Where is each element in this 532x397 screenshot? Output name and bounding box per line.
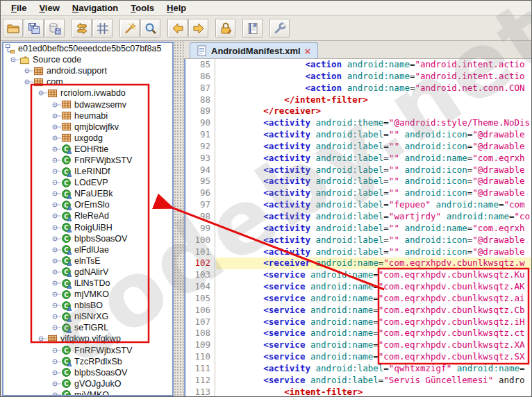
tree-item-label: NFaUEBk	[74, 189, 113, 198]
tree-item-qmjblcwjfkv[interactable]: qmjblcwjfkv	[3, 121, 172, 133]
tree-item-com[interactable]: com	[3, 76, 172, 87]
grid-view-button[interactable]	[92, 19, 113, 37]
tree-item-elfdluae[interactable]: CelFdlUae	[3, 244, 172, 255]
tree-item-nfauebk[interactable]: CNFaUEBk	[3, 188, 172, 199]
deobfuscate-button[interactable]	[119, 19, 140, 37]
expand-handle-icon[interactable]	[52, 357, 61, 366]
expand-handle-icon[interactable]	[52, 346, 61, 355]
tree-item-lodevp[interactable]: CLOdEVP	[3, 177, 172, 188]
code-viewport[interactable]: <action android:name="android.intent.act…	[216, 59, 532, 397]
tree-item-gvojgjuko[interactable]: CgVOJgJukO	[3, 378, 172, 389]
tree-item-setlgrl[interactable]: CseTlGRL	[3, 322, 172, 333]
expand-handle-icon[interactable]	[52, 391, 61, 396]
expand-handle-icon[interactable]	[52, 123, 61, 131]
tree-item-lllnstdo[interactable]: ClLlNsTDo	[3, 278, 172, 289]
expand-handle-icon[interactable]	[52, 201, 61, 209]
expand-handle-icon[interactable]	[52, 312, 61, 321]
expand-handle-icon[interactable]	[52, 156, 61, 164]
search-icon	[144, 22, 158, 35]
tab-strip: AndroidManifest.xml ×	[184, 41, 532, 59]
tree-item-label: gdNAlirV	[74, 267, 108, 277]
close-icon[interactable]: ×	[305, 46, 311, 56]
tree-item-source-code[interactable]: Source code	[3, 54, 172, 65]
tree-item-fnrfwjbxstv[interactable]: CFnRFWjbxSTV	[3, 345, 172, 356]
log-button[interactable]	[242, 19, 263, 37]
code-line-89: </receiver>	[216, 105, 532, 117]
expand-handle-icon[interactable]	[52, 290, 61, 298]
tree-item-label: ILeRINDf	[74, 167, 110, 176]
menu-view[interactable]: View	[33, 1, 65, 15]
expand-handle-icon[interactable]	[38, 335, 47, 343]
expand-handle-icon[interactable]	[52, 268, 61, 276]
expand-handle-icon[interactable]	[52, 235, 61, 243]
expand-handle-icon[interactable]	[52, 301, 61, 310]
tab-androidmanifest[interactable]: AndroidManifest.xml ×	[190, 42, 318, 58]
tree-item-fnrfwjbxstv[interactable]: CFnRFWjbxSTV	[3, 155, 172, 166]
tree-item-eohrtie[interactable]: CEOHRtie	[3, 144, 172, 155]
swap-view-button[interactable]	[72, 19, 92, 37]
tree-item-android.support[interactable]: android.support	[3, 65, 172, 76]
menu-navigation[interactable]: Navigation	[66, 1, 124, 15]
search-button[interactable]	[140, 19, 160, 37]
open-file-button[interactable]	[3, 19, 23, 37]
tree-item-oremslo[interactable]: COrEmSlo	[3, 199, 172, 210]
tree-item-nisnrxg[interactable]: CniSNrXG	[3, 311, 172, 322]
expand-handle-icon[interactable]	[52, 212, 61, 220]
svg-text:C: C	[64, 313, 69, 320]
menu-tools[interactable]: Tools	[124, 1, 160, 15]
expand-handle-icon[interactable]	[38, 89, 47, 97]
tree-item-rleread[interactable]: CRleReAd	[3, 210, 172, 221]
tree-item-uxgodg[interactable]: uxgodg	[3, 133, 172, 144]
tree-item-mjvmko[interactable]: CmjVMKO	[3, 389, 172, 396]
line-number: 108	[185, 328, 215, 339]
tree-item-nblsbo[interactable]: CnblsBO	[3, 300, 172, 311]
expand-handle-icon[interactable]	[52, 101, 61, 109]
expand-handle-icon[interactable]	[24, 78, 33, 86]
expand-handle-icon[interactable]	[52, 134, 61, 142]
svg-text:C: C	[64, 246, 69, 253]
tree-item-mjvmko[interactable]: CmjVMKO	[3, 289, 172, 300]
tree-item-blpbssoasov[interactable]: CblpbsSoasOV	[3, 233, 172, 244]
sign-button[interactable]	[215, 19, 235, 37]
expand-handle-icon[interactable]	[10, 56, 19, 64]
tree-item-vifqkwp.vifqkwp[interactable]: vifqkwp.vifqkwp	[3, 333, 172, 344]
expand-handle-icon[interactable]	[52, 223, 61, 232]
expand-handle-icon[interactable]	[52, 369, 61, 377]
expand-handle-icon[interactable]	[52, 112, 61, 120]
tree-item-tzcrpdlxsb[interactable]: CTzcRPdlxSb	[3, 356, 172, 367]
code-line-88: </intent-filter>	[216, 94, 532, 106]
tree-item-e01ed0befbc50eeedcde5b5c07bf8a5[interactable]: e01ed0befbc50eeedcde5b5c07bf8a5	[3, 43, 172, 54]
save-all-button[interactable]	[24, 19, 44, 37]
tree-item-gdnalirv[interactable]: CgdNAlirV	[3, 267, 172, 278]
expand-handle-icon[interactable]	[52, 380, 61, 388]
forward-button[interactable]	[188, 19, 208, 37]
expand-handle-icon[interactable]	[52, 189, 61, 198]
split-divider[interactable]	[174, 41, 184, 397]
tree-item-heumabi[interactable]: heumabi	[3, 110, 172, 121]
menu-file[interactable]: File	[5, 1, 33, 15]
expand-handle-icon[interactable]	[24, 67, 33, 75]
expand-handle-icon[interactable]	[52, 246, 61, 254]
tree-item-bdwawzsemv[interactable]: bdwawzsemv	[3, 99, 172, 110]
code-line-109: <service android:name="com.eqrxhpdv.cbun…	[216, 339, 532, 351]
back-button[interactable]	[167, 19, 188, 37]
tree-item-blpbssoasov[interactable]: CblpbsSoasOV	[3, 367, 172, 378]
expand-handle-icon[interactable]	[52, 145, 61, 153]
expand-handle-icon[interactable]	[52, 279, 61, 287]
tree-item-roiguibh[interactable]: CRoigUiBH	[3, 222, 172, 233]
expand-handle-icon[interactable]	[52, 178, 61, 187]
expand-handle-icon[interactable]	[52, 257, 61, 265]
code-line-91: <activity android:label="" android:icon=…	[216, 129, 532, 141]
tree-item-ilerindf[interactable]: CILeRINDf	[3, 166, 172, 177]
tree-item-elntse[interactable]: CelnTsE	[3, 255, 172, 267]
preferences-button[interactable]	[269, 19, 290, 37]
expand-handle-icon[interactable]	[52, 323, 61, 332]
line-number: 98	[185, 211, 215, 223]
menu-help[interactable]: Help	[160, 1, 192, 15]
project-tree-panel[interactable]: e01ed0befbc50eeedcde5b5c07bf8a5Source co…	[2, 42, 174, 396]
tree-item-rcriolom.ivwabdo[interactable]: rcriolom.ivwabdo	[3, 87, 172, 99]
expand-handle-icon[interactable]	[52, 167, 61, 176]
export-button[interactable]	[44, 19, 65, 37]
code-line-103: <service android:name="com.eqrxhpdv.cbun…	[216, 269, 532, 281]
svg-text:C: C	[64, 391, 69, 396]
